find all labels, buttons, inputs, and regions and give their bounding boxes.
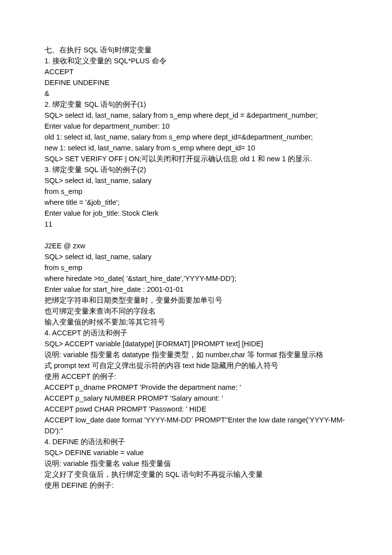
text-line: SQL> DEFINE variable = value	[44, 447, 348, 458]
text-line: 3. 绑定变量 SQL 语句的例子(2)	[44, 164, 348, 175]
text-line: SQL> select id, last_name, salary	[44, 251, 348, 262]
text-line: SQL> SET VERIFY OFF | ON;可以关闭和打开提示确认信息 o…	[44, 153, 348, 164]
text-line: 4. ACCEPT 的语法和例子	[44, 327, 348, 338]
text-line: 定义好了变良值后，执行绑定变量的 SQL 语句时不再提示输入变量	[44, 469, 348, 480]
text-line: 2. 绑定变量 SQL 语句的例子(1)	[44, 99, 348, 110]
text-line: SQL> select id, last_name, salary from s…	[44, 110, 348, 121]
text-line: 式 prompt text 可自定义弹出提示符的内容 text hide 隐藏用…	[44, 360, 348, 371]
text-line: ACCEPT pswd CHAR PROMPT 'Password: ' HID…	[44, 404, 348, 415]
text-line: 说明: variable 指变量名 datatype 指变量类型，如 numbe…	[44, 349, 348, 360]
text-line: Enter value for start_hire_date : 2001-0…	[44, 284, 348, 295]
document-page: 七、在执行 SQL 语句时绑定变量1. 接收和定义变量的 SQL*PLUS 命令…	[0, 0, 392, 491]
text-line: old 1: select id, last_name, salary from…	[44, 132, 348, 142]
text-line: 把绑定字符串和日期类型变量时，变量外面要加单引号	[44, 295, 348, 306]
text-line: new 1: select id, last_name, salary from…	[44, 142, 348, 153]
text-line: 输入变量值的时候不要加;等其它符号	[44, 317, 348, 327]
text-line: 也可绑定变量来查询不同的字段名	[44, 306, 348, 317]
text-line: from s_emp	[44, 262, 348, 273]
text-line: SQL> ACCEPT variable [datatype] [FORMAT]…	[44, 338, 348, 349]
text-line: ACCEPT p_salary NUMBER PROMPT 'Salary am…	[44, 393, 348, 404]
text-line: 11	[44, 219, 348, 230]
text-line: 使用 DEFINE 的例子:	[44, 480, 348, 491]
text-line: where hiredate >to_date( '&start_hire_da…	[44, 273, 348, 284]
text-line: ACCEPT	[44, 66, 348, 77]
text-line: Enter value for department_number: 10	[44, 121, 348, 132]
text-line: where title = '&job_title';	[44, 197, 348, 208]
text-line: J2EE @ zxw	[44, 240, 348, 251]
text-line: 1. 接收和定义变量的 SQL*PLUS 命令	[44, 55, 348, 66]
text-line: Enter value for job_title: Stock Clerk	[44, 208, 348, 219]
text-line	[44, 230, 348, 240]
text-line: SQL> select id, last_name, salary	[44, 175, 348, 186]
text-line: 七、在执行 SQL 语句时绑定变量	[44, 45, 348, 55]
text-line: from s_emp	[44, 186, 348, 197]
text-line: 说明: variable 指变量名 value 指变量值	[44, 458, 348, 469]
text-line: DEFINE UNDEFINE	[44, 77, 348, 88]
text-line: ACCEPT low_date date format 'YYYY-MM-DD'…	[44, 415, 348, 436]
text-line: &	[44, 88, 348, 99]
text-line: 4. DEFINE 的语法和例子	[44, 436, 348, 447]
text-line: 使用 ACCEPT 的例子:	[44, 371, 348, 382]
text-line: ACCEPT p_dname PROMPT 'Provide the depar…	[44, 382, 348, 393]
